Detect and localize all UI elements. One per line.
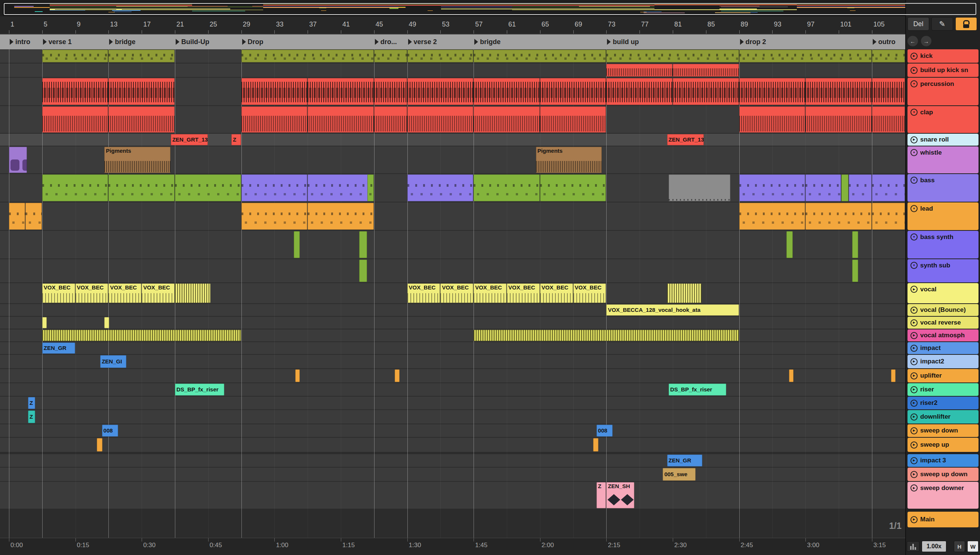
clip-bass[interactable] [307, 175, 374, 201]
fold-icon[interactable]: ▼ [911, 149, 917, 156]
locator-drop[interactable]: Drop [242, 34, 264, 49]
clip-bass[interactable] [540, 175, 606, 201]
track-header-sweepdown[interactable]: ▶sweep down [908, 424, 978, 437]
play-icon[interactable]: ▶ [911, 358, 917, 365]
clip-uplifter[interactable] [295, 369, 300, 382]
clip-vox-bec[interactable]: VOX_BEC [507, 284, 540, 303]
track-header-vbounce[interactable]: ▶vocal (Bounce) [908, 304, 978, 316]
clip-008[interactable]: 008 [102, 425, 118, 436]
clip-bass[interactable] [669, 175, 731, 201]
track-header-kick[interactable]: ▶kick [908, 49, 978, 63]
clip-perc[interactable] [606, 78, 673, 105]
clip-clap[interactable] [307, 106, 374, 133]
locator-build-up[interactable]: Build-Up [175, 34, 209, 49]
clip-vox-bec[interactable]: VOX_BEC [573, 284, 606, 303]
track-header-vatmo[interactable]: ▶vocal atmosph [908, 329, 978, 342]
clip-005-swe[interactable]: 005_swe [663, 468, 695, 481]
track-header-vreverse[interactable]: ▶vocal reverse [908, 317, 978, 329]
clip-kick[interactable] [606, 50, 739, 63]
overview-viewport-frame[interactable] [4, 3, 976, 15]
clip-vox-bec[interactable]: VOX_BEC [142, 284, 175, 303]
zoom-width-button[interactable]: W [967, 541, 978, 552]
clip-vreverse[interactable] [104, 317, 109, 328]
zoom-level[interactable]: 1.00x [922, 541, 946, 552]
track-lane-sweepdown[interactable] [0, 424, 905, 437]
clip-z[interactable]: Z [28, 397, 35, 409]
clip-perc[interactable] [872, 78, 905, 105]
clip-kick[interactable] [374, 50, 407, 63]
clip-bsynth[interactable] [359, 231, 367, 258]
clip-vocal[interactable] [667, 284, 702, 303]
clip-kick[interactable] [241, 50, 374, 63]
track-lane-riser[interactable] [0, 383, 905, 396]
clip-kick[interactable] [473, 50, 606, 63]
clip-008[interactable]: 008 [597, 425, 613, 436]
track-header-sdowner[interactable]: ▶sweep downer [908, 482, 978, 509]
beat-ruler[interactable]: 1591317212529333741454953576165697377818… [0, 16, 905, 34]
play-icon[interactable]: ▶ [911, 399, 917, 407]
locator-bar[interactable]: introverse 1bridgeBuild-UpDropdro...vers… [0, 34, 905, 49]
clip-ssub[interactable] [852, 260, 859, 282]
clip-zen-grt-130[interactable]: ZEN_GRT_130 [667, 134, 704, 145]
play-icon[interactable]: ▶ [911, 516, 917, 523]
fold-icon[interactable]: ▼ [911, 233, 917, 241]
clip-vox-bec[interactable]: VOX_BEC [42, 284, 75, 303]
play-icon[interactable]: ▶ [911, 372, 917, 379]
locator-drop-2[interactable]: drop 2 [740, 34, 766, 49]
track-header-snare[interactable]: ▶snare roll [908, 134, 978, 146]
pencil-icon[interactable]: ✎ [932, 17, 953, 30]
clip-perc[interactable] [739, 78, 805, 105]
clip-uplifter[interactable] [891, 369, 896, 382]
track-lane-sdowner[interactable] [0, 482, 905, 509]
locator-verse-1[interactable]: verse 1 [43, 34, 72, 49]
track-header-lead[interactable]: ▼lead [908, 202, 978, 230]
clip-sweepup[interactable] [97, 438, 102, 452]
track-lane-impact[interactable] [0, 342, 905, 354]
clip-pigments[interactable]: Pigments [104, 147, 171, 173]
track-lane-impact3[interactable] [0, 454, 905, 467]
clip-bass[interactable] [407, 175, 473, 201]
clip-vox-bec[interactable]: VOX_BEC [473, 284, 507, 303]
clip-bass[interactable] [241, 175, 307, 201]
back-button[interactable]: ← [908, 36, 918, 46]
play-icon[interactable]: ▶ [911, 67, 917, 74]
clip-z[interactable]: Z [28, 411, 35, 423]
track-header-sweepup[interactable]: ▶sweep up [908, 438, 978, 452]
play-icon[interactable]: ▶ [911, 414, 917, 420]
play-icon[interactable]: ▶ [911, 306, 917, 314]
zoom-height-button[interactable]: H [954, 541, 965, 552]
clip-lead[interactable] [739, 203, 805, 230]
clip-perc[interactable] [540, 78, 606, 105]
track-header-perc[interactable]: ▼percussion [908, 78, 978, 105]
clip-sweepup[interactable] [593, 438, 599, 452]
clip-bass[interactable] [739, 175, 805, 201]
clip-perc[interactable] [805, 78, 872, 105]
play-icon[interactable]: ▶ [911, 386, 917, 393]
clip-perc[interactable] [42, 78, 108, 105]
track-header-bsynth[interactable]: ▼bass synth [908, 231, 978, 258]
clip-bass[interactable] [849, 175, 872, 201]
clip-clap[interactable] [241, 106, 307, 133]
clip-vocal[interactable] [175, 284, 211, 303]
clip-clap[interactable] [805, 106, 872, 133]
track-header-impact[interactable]: ▶impact [908, 342, 978, 354]
play-icon[interactable]: ▶ [911, 484, 917, 491]
track-lane-impact2[interactable] [0, 355, 905, 368]
clip-buks[interactable] [606, 64, 673, 77]
play-icon[interactable]: ▶ [911, 427, 917, 435]
clip-clap[interactable] [374, 106, 407, 133]
track-header-bass[interactable]: ▼bass [908, 174, 978, 202]
clip-zen-gr[interactable]: ZEN_GR [667, 454, 703, 467]
track-header-riser[interactable]: ▶riser [908, 383, 978, 396]
clip-vox-bec[interactable]: VOX_BEC [540, 284, 573, 303]
clip-zen-sh[interactable]: ZEN_SH [606, 482, 634, 508]
clip-vox-bec[interactable]: VOX_BEC [440, 284, 473, 303]
track-lane-sweepup[interactable] [0, 438, 905, 452]
clip-bass[interactable] [473, 175, 540, 201]
clip-z[interactable]: Z [597, 482, 606, 508]
clip-bass[interactable] [42, 175, 108, 201]
track-header-riser2[interactable]: ▶riser2 [908, 397, 978, 409]
clip-vreverse[interactable] [42, 317, 47, 328]
clip-perc[interactable] [673, 78, 739, 105]
clip-clap[interactable] [42, 106, 108, 133]
